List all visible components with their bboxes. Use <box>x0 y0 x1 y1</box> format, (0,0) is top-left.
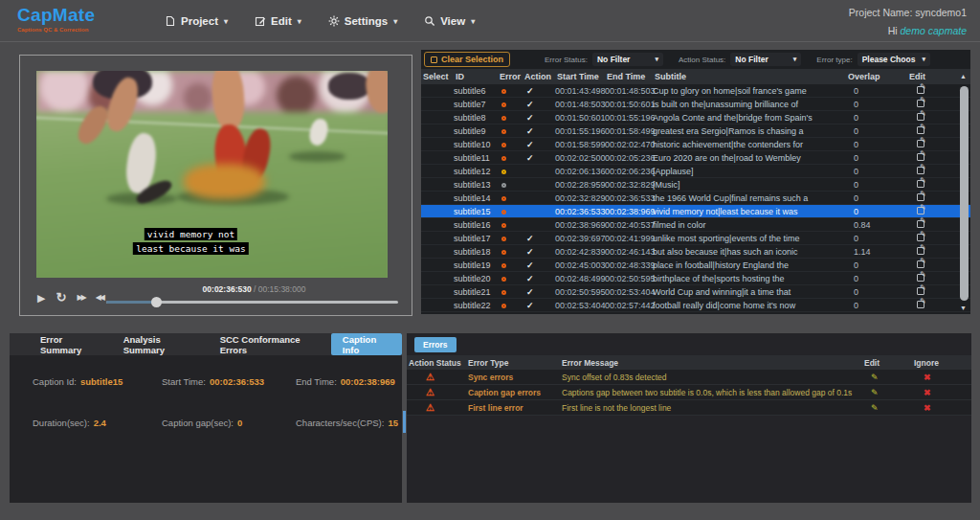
scrollbar-thumb[interactable] <box>960 86 969 301</box>
table-row[interactable]: subtitle1400:02:32:82900:02:36:533the 19… <box>421 192 970 205</box>
table-row[interactable]: subtitle21✓00:02:50:59500:02:53:404World… <box>421 285 970 299</box>
cell-error <box>498 153 523 163</box>
menu-settings[interactable]: Settings▾ <box>328 15 397 27</box>
tab-analysis-summary[interactable]: Analysis Summary <box>112 333 209 355</box>
action-check-icon: ✓ <box>523 301 555 310</box>
edit-icon[interactable] <box>917 113 924 121</box>
table-row[interactable]: subtitle11✓00:02:02:50000:02:05:236Euro … <box>421 151 970 165</box>
table-row[interactable]: subtitle1600:02:38:96900:02:40:537filmed… <box>421 218 970 232</box>
cell-end-time: 00:02:46:143 <box>605 247 653 257</box>
tab-caption-info[interactable]: Caption Info <box>331 333 402 355</box>
clear-selection-button[interactable]: Clear Selection <box>424 52 510 67</box>
cell-subtitle: Angola Conte and the|bridge from Spain's <box>653 113 846 123</box>
cell-id: subtitle8 <box>454 113 498 123</box>
edit-pencil-icon[interactable]: ✎ <box>864 373 914 382</box>
panel-scrollbar-thumb[interactable] <box>403 411 406 433</box>
table-row[interactable]: subtitle22✓00:02:53:40400:02:57:442footb… <box>421 299 970 312</box>
edit-icon[interactable] <box>917 247 924 255</box>
info-field-label: Characters/sec(CPS): <box>296 418 384 428</box>
ignore-x-icon[interactable]: ✖ <box>914 403 971 413</box>
tab-error-summary[interactable]: Error Summary <box>29 333 112 355</box>
edit-icon[interactable] <box>917 180 924 188</box>
edit-icon[interactable] <box>917 234 924 241</box>
seek-handle[interactable] <box>151 297 162 307</box>
action-check-icon: ✓ <box>523 86 555 96</box>
action-check-icon: ✓ <box>523 113 555 123</box>
edit-icon[interactable] <box>917 86 924 94</box>
fast-forward-icon[interactable]: ▶▶ <box>77 291 84 305</box>
filter-select[interactable]: No Filter▾ <box>730 53 801 66</box>
cell-edit <box>907 207 957 216</box>
table-row[interactable]: subtitle10✓00:01:58:59900:02:02:470histo… <box>421 138 970 151</box>
ignore-x-icon[interactable]: ✖ <box>914 373 971 382</box>
play-button-icon[interactable]: ▶ <box>37 291 45 305</box>
edit-pencil-icon[interactable]: ✎ <box>864 403 914 413</box>
tab-errors[interactable]: Errors <box>414 337 457 352</box>
error-status-icon <box>501 129 506 134</box>
table-row[interactable]: subtitle9✓00:01:55:19600:01:58:499greate… <box>421 124 970 138</box>
edit-icon[interactable] <box>917 153 924 161</box>
burned-subtitle-line: least because it was <box>133 242 248 255</box>
menu-edit[interactable]: Edit▾ <box>255 15 301 27</box>
errors-column-edit: Edit <box>864 358 914 368</box>
table-row[interactable]: subtitle6✓00:01:43:49800:01:48:503Cup to… <box>421 84 970 98</box>
menu-view[interactable]: View▾ <box>424 15 475 27</box>
ignore-x-icon[interactable]: ✖ <box>914 388 971 397</box>
username-link[interactable]: demo capmate <box>901 25 967 36</box>
menu-project[interactable]: Project▾ <box>165 15 228 27</box>
edit-icon[interactable] <box>917 140 924 147</box>
edit-icon[interactable] <box>917 126 924 134</box>
edit-icon[interactable] <box>917 207 924 215</box>
cell-start-time: 00:02:36:533 <box>555 207 605 216</box>
table-row[interactable]: subtitle19✓00:02:45:00300:02:48:339place… <box>421 259 970 272</box>
gear-icon <box>328 15 340 27</box>
cell-id: subtitle10 <box>454 140 498 149</box>
scrollbar-down-icon[interactable]: ▼ <box>958 305 969 311</box>
loop-button-icon[interactable]: ↻ <box>56 291 66 305</box>
caption-info-fields: Caption Id:subtitle15Start Time:00:02:36… <box>10 355 402 428</box>
action-check-icon: ✓ <box>523 287 555 297</box>
seek-bar[interactable] <box>106 301 398 304</box>
app-tagline: Captions QC & Correction <box>17 27 95 33</box>
cell-end-time: 00:02:05:236 <box>605 153 653 163</box>
edit-icon[interactable] <box>917 100 924 107</box>
edit-icon[interactable] <box>917 274 924 282</box>
edit-icon[interactable] <box>917 220 924 228</box>
edit-icon[interactable] <box>917 193 924 201</box>
cell-error <box>498 193 523 203</box>
tab-scc-conformance-errors[interactable]: SCC Conformance Errors <box>209 333 331 355</box>
rewind-icon[interactable]: ◀◀ <box>96 291 103 305</box>
edit-icon[interactable] <box>917 167 924 174</box>
search-icon <box>424 15 435 27</box>
chevron-down-icon: ▾ <box>298 17 301 26</box>
filter-select[interactable]: No Filter▾ <box>592 53 663 66</box>
table-row[interactable]: subtitle1500:02:36:53300:02:38:969vivid … <box>421 205 970 218</box>
table-row[interactable]: subtitle1300:02:28:95900:02:32:829[Music… <box>421 178 970 192</box>
filter-select[interactable]: Please Choos▾ <box>858 53 930 66</box>
cell-id: subtitle19 <box>454 260 498 270</box>
cell-end-time: 00:01:58:499 <box>605 126 653 136</box>
edit-icon[interactable] <box>917 287 924 295</box>
cell-error <box>498 234 523 243</box>
table-row[interactable]: subtitle1200:02:06:13600:02:06:236[Appla… <box>421 165 970 178</box>
table-row[interactable]: subtitle7✓00:01:48:50300:01:50:601is bui… <box>421 98 970 111</box>
table-row[interactable]: subtitle17✓00:02:39:69700:02:41:999unlik… <box>421 232 970 245</box>
cell-start-time: 00:02:45:003 <box>555 260 605 270</box>
edit-icon[interactable] <box>917 260 924 268</box>
edit-icon[interactable] <box>917 301 924 308</box>
cell-select <box>421 126 454 136</box>
error-status-icon <box>501 210 506 215</box>
table-row[interactable]: subtitle8✓00:01:50:60100:01:55:196Angola… <box>421 111 970 124</box>
edit-pencil-icon[interactable]: ✎ <box>864 388 914 397</box>
table-row[interactable]: subtitle18✓00:02:42:83900:02:46:143but a… <box>421 245 970 259</box>
cell-end-time: 00:02:40:537 <box>605 220 653 230</box>
cell-subtitle: but also because it|has such an iconic <box>653 247 846 257</box>
error-type: Caption gap errors <box>468 388 562 397</box>
scrollbar-up-icon[interactable]: ▲ <box>958 73 969 79</box>
video-frame[interactable]: vivid memory notleast because it was <box>36 71 388 278</box>
error-status-icon <box>501 116 506 121</box>
error-status-icon <box>501 102 506 107</box>
cell-id: subtitle22 <box>454 301 498 310</box>
filter-value: Please Choos <box>862 55 916 64</box>
table-row[interactable]: subtitle20✓00:02:48:49900:02:50:595birth… <box>421 272 970 285</box>
